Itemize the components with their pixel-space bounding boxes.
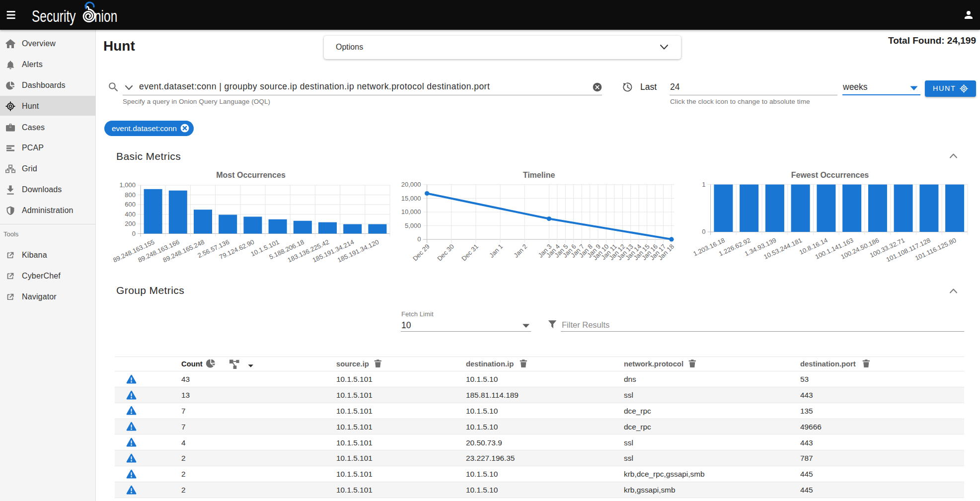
svg-text:Dec 30: Dec 30	[436, 243, 455, 263]
svg-text:Dec 31: Dec 31	[460, 243, 480, 263]
svg-text:Fewest Occurrences: Fewest Occurrences	[791, 171, 869, 179]
svg-text:Jan 1: Jan 1	[488, 243, 504, 259]
svg-text:10,000: 10,000	[401, 208, 421, 215]
svg-text:Dec 29: Dec 29	[411, 243, 431, 263]
svg-text:5,000: 5,000	[405, 222, 421, 229]
svg-text:0: 0	[702, 228, 705, 235]
svg-text:1,000: 1,000	[119, 181, 136, 189]
svg-text:400: 400	[125, 211, 136, 218]
svg-text:800: 800	[125, 191, 136, 199]
svg-text:Timeline: Timeline	[523, 171, 555, 179]
svg-text:Jan 2: Jan 2	[512, 243, 528, 259]
svg-text:1: 1	[702, 181, 705, 188]
svg-text:0: 0	[417, 235, 421, 243]
svg-text:200: 200	[125, 220, 136, 227]
svg-text:15,000: 15,000	[401, 195, 421, 202]
svg-text:600: 600	[125, 201, 136, 208]
svg-text:0: 0	[132, 230, 136, 237]
svg-text:Most Occurrences: Most Occurrences	[216, 171, 286, 179]
svg-text:20,000: 20,000	[401, 181, 421, 188]
